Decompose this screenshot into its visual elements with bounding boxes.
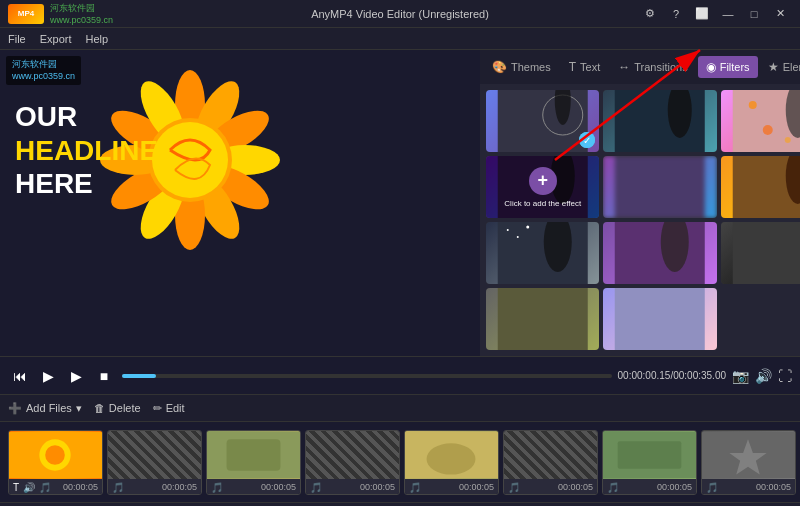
maximize-button[interactable]: □ — [742, 5, 766, 23]
filter-bottom1-thumb — [721, 222, 800, 284]
filter-bottom2-thumb — [486, 288, 599, 350]
filter-coords[interactable]: Coordinates — [603, 156, 717, 218]
svg-rect-43 — [227, 439, 281, 470]
text-clip-icon: T — [13, 482, 19, 493]
add-effect-button[interactable]: + — [529, 167, 557, 195]
filter-modern-thumb — [603, 222, 717, 284]
menu-export[interactable]: Export — [40, 33, 72, 45]
time-display: 00:00:00.15/00:00:35.00 — [618, 370, 726, 381]
filter-orangedots-thumb — [721, 90, 800, 152]
svg-point-31 — [507, 229, 509, 231]
timeline-clip-pattern3[interactable]: 🎵 00:00:05 — [503, 430, 598, 495]
filter-coords-thumb — [603, 156, 717, 218]
clip-thumb-sun — [9, 431, 102, 479]
tab-transitions[interactable]: ↔ Transitions — [610, 56, 695, 78]
svg-point-33 — [526, 226, 529, 229]
playback-bar: ⏮ ▶ ▶ ■ 00:00:00.15/00:00:35.00 📷 🔊 ⛶ — [0, 356, 800, 394]
preview-watermark: 河东软件园 www.pc0359.cn — [6, 56, 81, 85]
share-icon[interactable]: ⬜ — [690, 5, 714, 23]
timeline-clip-pattern2[interactable]: 🎵 00:00:05 — [305, 430, 400, 495]
settings-icon[interactable]: ⚙ — [638, 5, 662, 23]
tab-elements[interactable]: ★ Elements — [760, 56, 800, 78]
play-button[interactable]: ▶ — [36, 364, 60, 388]
filter-warm[interactable]: Warm — [721, 156, 800, 218]
preview-area: 河东软件园 www.pc0359.cn — [0, 50, 480, 356]
timeline-clip-star[interactable]: 🎵 00:00:05 — [701, 430, 796, 495]
volume-icon[interactable]: 🔊 — [755, 368, 772, 384]
filter-stars[interactable]: Stars — [486, 222, 599, 284]
timeline-clip-pattern1[interactable]: 🎵 00:00:05 — [107, 430, 202, 495]
tab-text[interactable]: T Text — [561, 56, 609, 78]
clip-info-pattern2: 🎵 00:00:05 — [306, 479, 399, 495]
clip-info-pattern3: 🎵 00:00:05 — [504, 479, 597, 495]
filter-whirlpool[interactable]: ✓ Whirlpool — [486, 90, 599, 152]
edit-button[interactable]: ✏ Edit — [153, 402, 185, 415]
filter-hongkong-thumb — [603, 90, 717, 152]
timeline-clip-sun[interactable]: T 🔊 🎵 00:00:05 — [8, 430, 103, 495]
close-button[interactable]: ✕ — [768, 5, 792, 23]
filter-bottom2[interactable] — [486, 288, 599, 350]
add-effect-overlay: + Click to add the effect — [486, 156, 599, 218]
minimize-button[interactable]: — — [716, 5, 740, 23]
tab-themes[interactable]: 🎨 Themes — [484, 56, 559, 78]
timeline-progress — [122, 374, 156, 378]
menu-file[interactable]: File — [8, 33, 26, 45]
themes-icon: 🎨 — [492, 60, 507, 74]
edit-icon: ✏ — [153, 402, 162, 415]
svg-point-32 — [517, 236, 519, 238]
trash-icon: 🗑 — [94, 402, 105, 414]
svg-rect-29 — [498, 222, 588, 284]
add-effect-label: Click to add the effect — [504, 199, 581, 208]
panel-tabs: 🎨 Themes T Text ↔ Transitions ◉ Filters … — [480, 50, 800, 84]
filter-stars-thumb — [486, 222, 599, 284]
clip-info-duck: 🎵 00:00:05 — [405, 479, 498, 495]
tab-filters[interactable]: ◉ Filters — [698, 56, 758, 78]
filter-hongkong[interactable]: Hong Kong Movie — [603, 90, 717, 152]
svg-point-22 — [763, 125, 773, 135]
toolbar: ➕ Add Files ▾ 🗑 Delete ✏ Edit — [0, 394, 800, 422]
help-icon[interactable]: ? — [664, 5, 688, 23]
add-files-button[interactable]: ➕ Add Files ▾ — [8, 402, 82, 415]
delete-button[interactable]: 🗑 Delete — [94, 402, 141, 414]
music-icon5: 🎵 — [508, 482, 520, 493]
play-forward-button[interactable]: ▶ — [64, 364, 88, 388]
skip-back-button[interactable]: ⏮ — [8, 364, 32, 388]
titlebar: MP4 河东软件园 www.pc0359.cn AnyMP4 Video Edi… — [0, 0, 800, 28]
timeline-clip-squirrel[interactable]: 🎵 00:00:05 — [602, 430, 697, 495]
elements-icon: ★ — [768, 60, 779, 74]
svg-point-45 — [427, 443, 476, 474]
filter-bottom3[interactable] — [603, 288, 717, 350]
preview-text: OUR HEADLINE HERE — [15, 100, 158, 201]
fullscreen-icon[interactable]: ⛶ — [778, 368, 792, 384]
filter-modern[interactable]: Modern — [603, 222, 717, 284]
plus-icon: ➕ — [8, 402, 22, 415]
svg-rect-38 — [615, 288, 705, 350]
music-icon3: 🎵 — [310, 482, 322, 493]
music-icon4: 🎵 — [409, 482, 421, 493]
svg-point-41 — [45, 445, 65, 465]
timeline-scrubber[interactable] — [122, 374, 612, 378]
timeline-clip-duck[interactable]: 🎵 00:00:05 — [404, 430, 499, 495]
dropdown-arrow-icon: ▾ — [76, 402, 82, 415]
clip-info-sun: T 🔊 🎵 00:00:05 — [9, 479, 102, 495]
filters-icon: ◉ — [706, 60, 716, 74]
timeline-area: T 🔊 🎵 00:00:05 🎵 00:00:05 🎵 00:00:05 — [0, 422, 800, 502]
svg-rect-14 — [498, 90, 588, 152]
stop-button[interactable]: ■ — [92, 364, 116, 388]
right-panel: 🎨 Themes T Text ↔ Transitions ◉ Filters … — [480, 50, 800, 356]
menubar: File Export Help — [0, 28, 800, 50]
main-layout: 河东软件园 www.pc0359.cn — [0, 50, 800, 356]
snapshot-icon[interactable]: 📷 — [732, 368, 749, 384]
music-icon6: 🎵 — [607, 482, 619, 493]
timeline-clip-cat[interactable]: 🎵 00:00:05 — [206, 430, 301, 495]
filter-bottom1[interactable] — [721, 222, 800, 284]
bottom-bar: ➕ Add Background Music: No Audio 🎵 Edit … — [0, 502, 800, 506]
playback-icons: 📷 🔊 ⛶ — [732, 368, 792, 384]
filter-purple[interactable]: + Click to add the effect Purple — [486, 156, 599, 218]
music-icon: 🎵 — [112, 482, 124, 493]
window-controls: ⚙ ? ⬜ — □ ✕ — [638, 5, 792, 23]
filter-purple-thumb: + Click to add the effect — [486, 156, 599, 218]
filter-orangedots[interactable]: Orange Dots — [721, 90, 800, 152]
menu-help[interactable]: Help — [86, 33, 109, 45]
svg-rect-17 — [615, 90, 705, 152]
